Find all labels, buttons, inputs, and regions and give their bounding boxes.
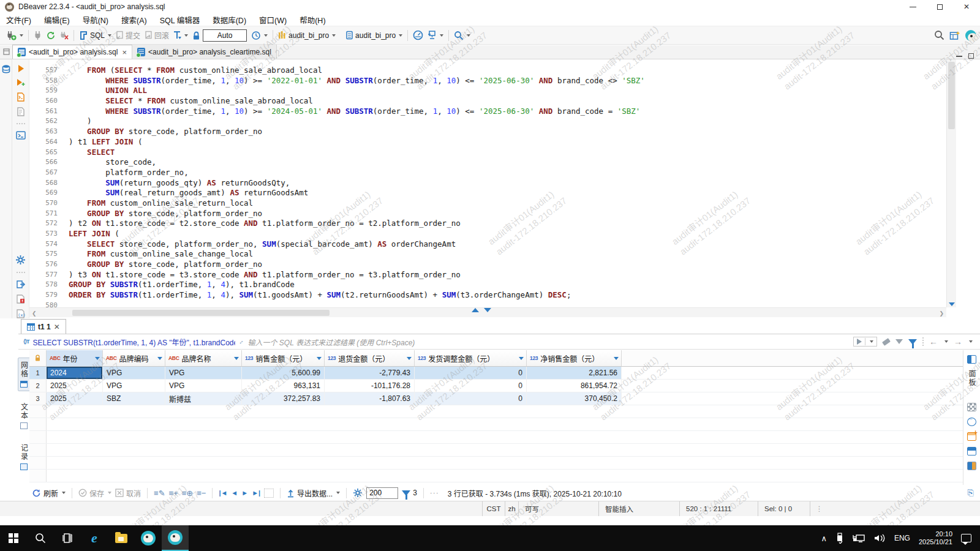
- database-selector[interactable]: audit_bi_pro: [344, 29, 404, 41]
- table-cell[interactable]: 2025: [47, 380, 103, 392]
- fetch-size-input[interactable]: [366, 487, 398, 499]
- dashboard-button[interactable]: [411, 29, 425, 42]
- delete-row-icon[interactable]: ≡−: [197, 489, 206, 498]
- column-filter-arrow[interactable]: [519, 357, 524, 360]
- menu-item[interactable]: 数据库(D): [213, 14, 246, 26]
- cancel-button[interactable]: 取消: [115, 488, 141, 498]
- results-view-tab-record[interactable]: 记录: [18, 441, 30, 473]
- scroll-left-icon[interactable]: ❮: [32, 310, 37, 317]
- sql-editor-button[interactable]: SQL: [77, 29, 113, 42]
- table-cell[interactable]: 5,600.99: [242, 367, 325, 379]
- dbeaver-taskbar-icon[interactable]: [135, 525, 162, 551]
- start-button[interactable]: [0, 525, 27, 551]
- splitter-collapse-controls[interactable]: [472, 308, 491, 312]
- scrollbar-thumb[interactable]: [72, 310, 330, 316]
- table-cell[interactable]: 斯搏兹: [165, 392, 242, 405]
- table-cell[interactable]: VPG: [165, 380, 242, 392]
- table-cell[interactable]: 861,954.72: [527, 380, 622, 392]
- table-cell[interactable]: SBZ: [103, 392, 165, 405]
- export-data-button[interactable]: 导出数据...: [287, 488, 340, 498]
- menu-item[interactable]: 编辑(E): [44, 14, 70, 26]
- collapse-down-icon[interactable]: [484, 308, 491, 312]
- usb-tray-icon[interactable]: [835, 533, 844, 544]
- commit-mode-combobox[interactable]: Auto: [203, 29, 247, 42]
- panels-layout-icon[interactable]: [967, 447, 976, 455]
- table-cell[interactable]: -2,779.43: [325, 367, 415, 379]
- editor-tab[interactable]: <audit_bi_pro> analysis_cleartime.sql: [132, 45, 277, 59]
- edit-cell-icon[interactable]: ≡✎: [154, 489, 165, 498]
- filter-settings-icon[interactable]: [895, 339, 903, 344]
- refresh-button[interactable]: 刷新: [32, 488, 66, 498]
- table-cell[interactable]: 2025: [47, 392, 103, 405]
- scroll-down-icon[interactable]: [949, 302, 955, 306]
- row-number[interactable]: 2: [29, 380, 47, 392]
- table-cell[interactable]: VPG: [103, 380, 165, 392]
- results-view-tab-grid[interactable]: 网格: [18, 358, 31, 391]
- new-connection-button[interactable]: [4, 29, 25, 42]
- rollback-button[interactable]: 回滚: [142, 29, 171, 42]
- table-cell[interactable]: VPG: [103, 367, 165, 379]
- maximize-editor-icon[interactable]: [968, 53, 974, 59]
- table-cell[interactable]: 0: [415, 380, 527, 392]
- results-tab[interactable]: t1 1 ✕: [21, 319, 66, 334]
- panel-toggle-icon[interactable]: [967, 355, 976, 364]
- validation-error-icon[interactable]: [16, 294, 25, 304]
- close-button[interactable]: ✕: [953, 0, 980, 13]
- menu-item[interactable]: 帮助(H): [300, 14, 325, 26]
- quick-access-search-icon[interactable]: [934, 30, 944, 40]
- table-cell[interactable]: 2,821.56: [527, 367, 622, 379]
- variables-icon[interactable]: (x): [16, 309, 25, 318]
- menu-item[interactable]: 文件(F): [6, 14, 31, 26]
- disconnect-button[interactable]: [58, 29, 70, 42]
- server-monitor-button[interactable]: [425, 29, 445, 41]
- column-filter-arrow[interactable]: [614, 357, 619, 360]
- table-cell[interactable]: 372,257.83: [242, 392, 325, 405]
- menu-item[interactable]: SQL 编辑器: [160, 14, 200, 26]
- database-type-selector[interactable]: audit_bi_pro: [276, 29, 337, 41]
- table-cell[interactable]: VPG: [165, 367, 242, 379]
- grid-corner-cell[interactable]: [29, 350, 47, 366]
- menu-item[interactable]: 导航(N): [83, 14, 108, 26]
- transaction-log-button[interactable]: [249, 29, 270, 42]
- add-row-icon[interactable]: ≡+: [169, 489, 178, 498]
- history-back-icon[interactable]: ←: [929, 337, 938, 347]
- save-button[interactable]: 保存: [78, 488, 111, 498]
- editor-tab[interactable]: <audit_bi_pro> analysis.sql×: [12, 45, 132, 59]
- taskbar-search-icon[interactable]: [27, 525, 54, 551]
- chevron-down-icon[interactable]: [944, 340, 948, 343]
- filter-query-text[interactable]: SELECT SUBSTR(t1.orderTime, 1, 4) AS "年份…: [33, 337, 235, 347]
- last-row-button[interactable]: ►|: [252, 489, 260, 497]
- dbeaver-taskbar-icon-active[interactable]: [162, 525, 189, 551]
- filter-icon[interactable]: [908, 339, 917, 345]
- minimize-editor-icon[interactable]: [956, 56, 962, 57]
- record-mode-icon[interactable]: [967, 418, 976, 426]
- previous-row-button[interactable]: ◄: [231, 489, 238, 497]
- editor-vertical-scrollbar[interactable]: [946, 59, 956, 307]
- column-filter-arrow[interactable]: [407, 357, 412, 360]
- close-results-tab-icon[interactable]: ✕: [54, 323, 60, 331]
- column-header[interactable]: ABC年份: [47, 350, 103, 366]
- filter-placeholder[interactable]: 输入一个 SQL 表达式来过滤结果 (使用 Ctrl+Space): [248, 337, 415, 347]
- menu-item[interactable]: 窗口(W): [259, 14, 287, 26]
- autocommit-lock-button[interactable]: [190, 29, 203, 42]
- maximize-button[interactable]: [926, 0, 953, 13]
- table-cell[interactable]: 2024: [47, 367, 103, 379]
- column-header[interactable]: 123销售金额（元）: [242, 350, 325, 366]
- column-header[interactable]: ABC品牌编码: [103, 350, 165, 366]
- generate-mock-data-icon[interactable]: [967, 432, 976, 441]
- table-cell[interactable]: -1,807.63: [325, 392, 415, 405]
- column-header[interactable]: 123净销售金额（元）: [527, 350, 622, 366]
- reconnect-button[interactable]: [44, 29, 58, 42]
- table-cell[interactable]: 370,450.2: [527, 392, 622, 405]
- tray-chevron-icon[interactable]: ∧: [821, 534, 827, 543]
- result-settings-gear-icon[interactable]: [353, 488, 363, 498]
- network-tray-icon[interactable]: [853, 533, 865, 543]
- execute-query-icon[interactable]: [17, 64, 25, 73]
- table-cell[interactable]: 963,131: [242, 380, 325, 392]
- column-filter-arrow[interactable]: [95, 357, 100, 360]
- collapse-up-icon[interactable]: [472, 308, 479, 312]
- column-header[interactable]: ABC品牌名称: [165, 350, 242, 366]
- calc-panel-icon[interactable]: [967, 462, 976, 470]
- dbeaver-perspective-icon[interactable]: [965, 30, 976, 41]
- expand-filter-icon[interactable]: ↕: [238, 338, 244, 345]
